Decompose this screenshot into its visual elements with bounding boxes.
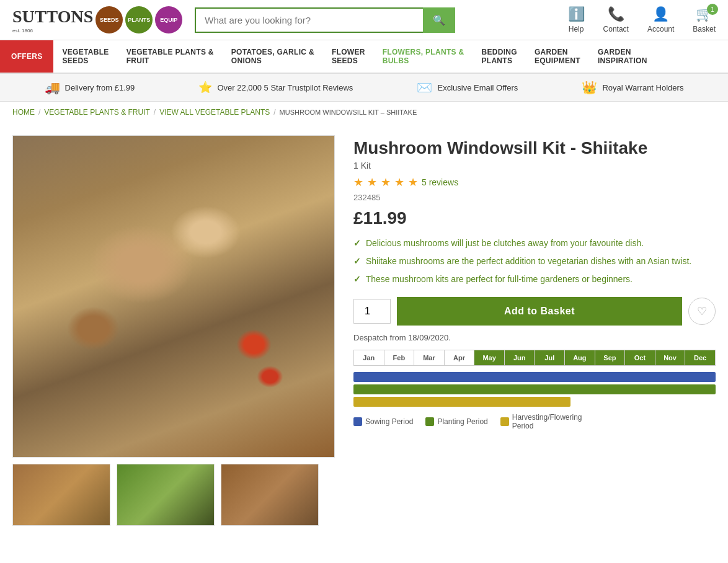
sep1: / <box>38 108 40 117</box>
period-legend: Sowing Period Planting Period Harvesting… <box>353 413 716 430</box>
logo-tagline: est. 1806 <box>12 28 33 33</box>
thumbnail-1[interactable] <box>12 464 110 526</box>
logo-circle-seeds: SEEDS <box>95 6 123 33</box>
star-1: ★ <box>353 175 363 189</box>
breadcrumb-current: MUSHROOM WINDOWSILL KIT – SHIITAKE <box>280 109 417 116</box>
checkmark-3: ✓ <box>353 274 361 284</box>
royal-warrant-info: 👑 Royal Warrant Holders <box>582 80 683 95</box>
product-sku: 232485 <box>353 193 716 202</box>
month-nov: Nov <box>655 350 686 365</box>
product-thumbnails <box>12 464 335 526</box>
search-button[interactable]: 🔍 <box>423 7 455 33</box>
logo-circles: SEEDS PLANTS EQUIP <box>95 6 182 33</box>
main-nav: OFFERS VEGETABLESEEDS VEGETABLE PLANTS &… <box>0 40 728 74</box>
thumbnail-2[interactable] <box>117 464 215 526</box>
legend-planting: Planting Period <box>425 417 487 426</box>
product-info: Mushroom Windowsill Kit - Shiitake 1 Kit… <box>353 135 716 526</box>
star-2: ★ <box>367 175 377 189</box>
breadcrumb-all-veg[interactable]: VIEW ALL VEGETABLE PLANTS <box>159 108 270 117</box>
site-header: SUTTONS est. 1806 SEEDS PLANTS EQUIP 🔍 ℹ… <box>0 0 728 40</box>
account-label: Account <box>647 25 674 33</box>
planting-bar <box>353 384 716 394</box>
months-row: Jan Feb Mar Apr May Jun Jul Aug Sep Oct … <box>353 350 716 366</box>
breadcrumb: HOME / VEGETABLE PLANTS & FRUIT / VIEW A… <box>0 102 728 123</box>
month-jun: Jun <box>505 350 535 365</box>
month-apr: Apr <box>445 350 475 365</box>
sep3: / <box>273 108 275 117</box>
delivery-text: Delivery from £1.99 <box>65 83 135 92</box>
contact-icon-btn[interactable]: 📞 Contact <box>603 6 629 33</box>
wishlist-button[interactable]: ♡ <box>688 298 716 325</box>
product-main-image[interactable] <box>12 135 335 458</box>
product-area: Mushroom Windowsill Kit - Shiitake 1 Kit… <box>0 123 728 538</box>
info-bar: 🚚 Delivery from £1.99 ⭐ Over 22,000 5 St… <box>0 74 728 102</box>
trustpilot-text: Over 22,000 5 Star Trustpilot Reviews <box>217 83 353 92</box>
nav-vegetable-plants[interactable]: VEGETABLE PLANTS &FRUIT <box>118 40 223 73</box>
basket-badge: 1 <box>707 4 718 15</box>
email-icon: ✉️ <box>417 80 432 95</box>
add-to-basket-button[interactable]: Add to Basket <box>397 297 682 326</box>
search-area: 🔍 <box>195 7 455 33</box>
nav-garden-equipment[interactable]: GARDENEQUIPMENT <box>526 40 589 73</box>
legend-sowing-box <box>353 417 362 426</box>
phone-icon: 📞 <box>608 6 624 22</box>
star-icon: ⭐ <box>198 81 212 94</box>
nav-bedding[interactable]: BEDDINGPLANTS <box>473 40 525 73</box>
product-gallery <box>12 135 335 526</box>
month-feb: Feb <box>384 350 415 365</box>
search-input[interactable] <box>195 7 423 33</box>
product-price: £11.99 <box>353 208 716 228</box>
logo[interactable]: SUTTONS est. 1806 SEEDS PLANTS EQUIP <box>12 6 182 33</box>
month-aug: Aug <box>565 350 595 365</box>
legend-harvesting: Harvesting/FloweringPeriod <box>500 413 582 430</box>
checkmark-1: ✓ <box>353 238 361 248</box>
heart-icon: ♡ <box>697 304 707 318</box>
star-4: ★ <box>394 175 404 189</box>
logo-circle-plants: PLANTS <box>125 6 153 33</box>
product-subtitle: 1 Kit <box>353 161 716 171</box>
bullet-3: ✓ These mushroom kits are perfect for fu… <box>353 273 716 286</box>
breadcrumb-home[interactable]: HOME <box>12 108 35 117</box>
sowing-bar <box>353 372 716 382</box>
bullet-2: ✓ Shiitake mushrooms are the perfect add… <box>353 255 716 268</box>
bullet-1: ✓ Delicious mushrooms will just be clutc… <box>353 237 716 250</box>
user-icon: 👤 <box>652 6 669 22</box>
sep2: / <box>154 108 156 117</box>
star-5: ★ <box>408 175 418 189</box>
nav-potatoes[interactable]: POTATOES, GARLIC &ONIONS <box>223 40 323 73</box>
reviews-link[interactable]: 5 reviews <box>422 177 458 187</box>
nav-offers[interactable]: OFFERS <box>0 40 53 73</box>
legend-harvesting-box <box>500 417 509 426</box>
delivery-info: 🚚 Delivery from £1.99 <box>45 80 135 95</box>
add-to-basket-row: 1 Add to Basket ♡ <box>353 297 716 326</box>
nav-flower-seeds[interactable]: FLOWERSEEDS <box>323 40 374 73</box>
thumbnail-3[interactable] <box>221 464 319 526</box>
nav-flowers-plants[interactable]: FLOWERS, PLANTS &BULBS <box>374 40 473 73</box>
help-icon-btn[interactable]: ℹ️ Help <box>568 6 585 33</box>
breadcrumb-veg-plants[interactable]: VEGETABLE PLANTS & FRUIT <box>44 108 149 117</box>
header-icons: ℹ️ Help 📞 Contact 👤 Account 🛒 1 Basket <box>568 6 716 33</box>
basket-icon-btn[interactable]: 🛒 1 Basket <box>693 6 716 33</box>
product-title: Mushroom Windowsill Kit - Shiitake <box>353 138 716 158</box>
nav-vegetable-seeds[interactable]: VEGETABLESEEDS <box>53 40 117 73</box>
nav-garden-inspiration[interactable]: GARDENINSPIRATION <box>589 40 656 73</box>
account-icon-btn[interactable]: 👤 Account <box>647 6 674 33</box>
quantity-input[interactable]: 1 <box>353 299 391 324</box>
period-bars <box>353 372 716 407</box>
logo-circle-equip: EQUIP <box>155 6 182 33</box>
month-oct: Oct <box>625 350 655 365</box>
harvesting-bar <box>353 397 570 407</box>
star-3: ★ <box>381 175 391 189</box>
month-may: May <box>474 350 505 365</box>
contact-label: Contact <box>603 25 629 33</box>
month-sep: Sep <box>595 350 626 365</box>
basket-label: Basket <box>693 25 716 33</box>
checkmark-2: ✓ <box>353 256 361 266</box>
royal-warrant-text: Royal Warrant Holders <box>602 83 683 92</box>
legend-harvesting-label: Harvesting/FloweringPeriod <box>512 413 582 430</box>
truck-icon: 🚚 <box>45 80 60 95</box>
email-offers-info[interactable]: ✉️ Exclusive Email Offers <box>417 80 518 95</box>
month-jan: Jan <box>354 350 384 365</box>
legend-sowing-label: Sowing Period <box>365 417 413 426</box>
crown-icon: 👑 <box>582 80 597 95</box>
